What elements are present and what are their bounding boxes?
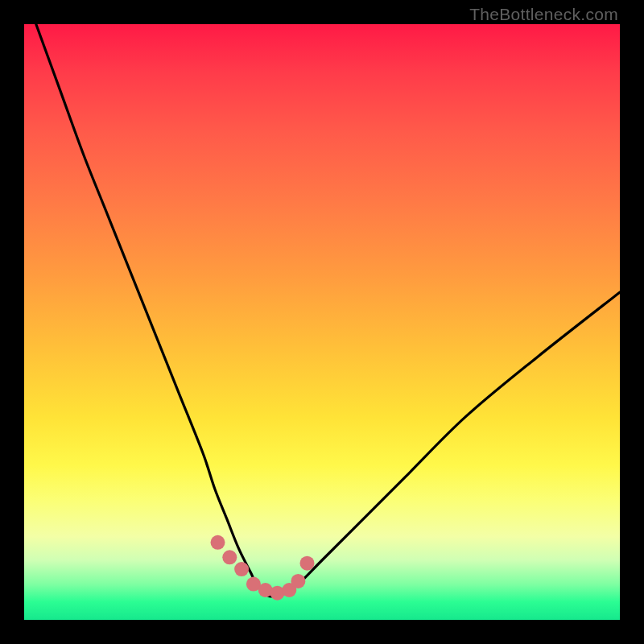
chart-frame: TheBottleneck.com: [0, 0, 644, 644]
attribution-text: TheBottleneck.com: [469, 5, 618, 24]
chart-svg: [24, 24, 620, 620]
bottleneck-curve: [36, 24, 620, 597]
highlight-dots-group: [211, 535, 315, 601]
highlight-dot: [222, 550, 237, 564]
highlight-dot: [291, 574, 305, 588]
highlight-dot: [211, 535, 225, 550]
highlight-dot: [300, 556, 315, 571]
chart-plot-area: [24, 24, 620, 620]
highlight-dot: [234, 562, 249, 576]
